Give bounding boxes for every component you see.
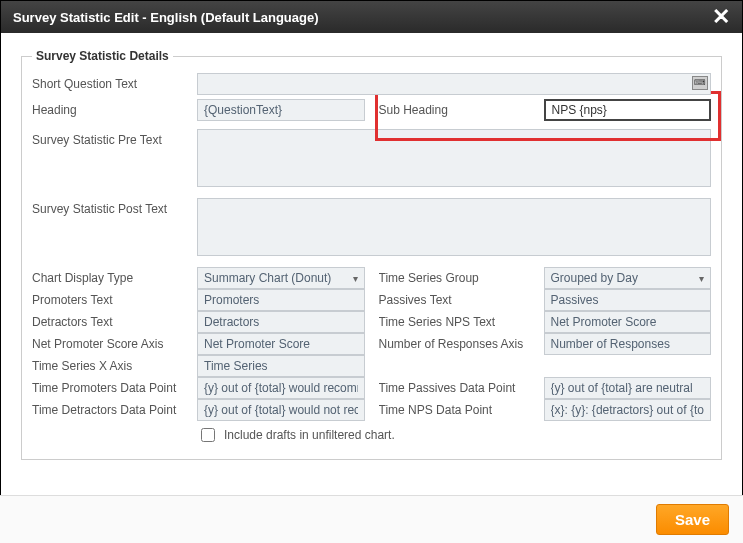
pre-text-input[interactable] (197, 129, 711, 187)
short-question-input[interactable] (197, 73, 711, 95)
label-time-promoters-dp: Time Promoters Data Point (32, 381, 197, 395)
time-series-group-select[interactable]: Grouped by Day ▾ (544, 267, 712, 289)
label-detractors-text: Detractors Text (32, 315, 197, 329)
chevron-down-icon: ▾ (353, 273, 358, 284)
label-time-nps-dp: Time NPS Data Point (379, 403, 544, 417)
chevron-down-icon: ▾ (699, 273, 704, 284)
dialog-footer: Save (0, 495, 743, 543)
close-icon[interactable]: ✕ (712, 6, 730, 28)
label-short-question: Short Question Text (32, 77, 197, 91)
chart-display-type-value: Summary Chart (Donut) (204, 271, 331, 285)
label-time-passives-dp: Time Passives Data Point (379, 381, 544, 395)
num-responses-axis-input[interactable] (544, 333, 712, 355)
chart-display-type-select[interactable]: Summary Chart (Donut) ▾ (197, 267, 365, 289)
time-series-x-axis-input[interactable] (197, 355, 365, 377)
label-passives-text: Passives Text (379, 293, 544, 307)
heading-input[interactable] (197, 99, 365, 121)
dialog-content: Survey Statistic Details Short Question … (1, 33, 742, 466)
promoters-text-input[interactable] (197, 289, 365, 311)
time-series-group-value: Grouped by Day (551, 271, 638, 285)
time-detractors-dp-input[interactable] (197, 399, 365, 421)
details-fieldset: Survey Statistic Details Short Question … (21, 49, 722, 460)
label-time-series-nps-text: Time Series NPS Text (379, 315, 544, 329)
label-time-series-x-axis: Time Series X Axis (32, 359, 197, 373)
label-chart-display-type: Chart Display Type (32, 271, 197, 285)
passives-text-input[interactable] (544, 289, 712, 311)
label-include-drafts: Include drafts in unfiltered chart. (224, 428, 395, 442)
label-heading: Heading (32, 103, 197, 117)
time-promoters-dp-input[interactable] (197, 377, 365, 399)
window-titlebar: Survey Statistic Edit - English (Default… (1, 1, 742, 33)
sub-heading-input[interactable] (544, 99, 712, 121)
time-nps-dp-input[interactable] (544, 399, 712, 421)
label-num-responses-axis: Number of Responses Axis (379, 337, 544, 351)
nps-axis-input[interactable] (197, 333, 365, 355)
save-button[interactable]: Save (656, 504, 729, 535)
detractors-text-input[interactable] (197, 311, 365, 333)
label-time-series-group: Time Series Group (379, 271, 544, 285)
label-nps-axis: Net Promoter Score Axis (32, 337, 197, 351)
label-time-detractors-dp: Time Detractors Data Point (32, 403, 197, 417)
include-drafts-checkbox[interactable] (201, 428, 215, 442)
label-post-text: Survey Statistic Post Text (32, 198, 197, 216)
time-passives-dp-input[interactable] (544, 377, 712, 399)
label-promoters-text: Promoters Text (32, 293, 197, 307)
keyboard-icon[interactable]: ⌨ (692, 76, 708, 90)
time-series-nps-text-input[interactable] (544, 311, 712, 333)
label-pre-text: Survey Statistic Pre Text (32, 129, 197, 147)
post-text-input[interactable] (197, 198, 711, 256)
label-sub-heading: Sub Heading (379, 103, 544, 117)
fieldset-legend: Survey Statistic Details (32, 49, 173, 63)
window-title: Survey Statistic Edit - English (Default… (13, 10, 319, 25)
